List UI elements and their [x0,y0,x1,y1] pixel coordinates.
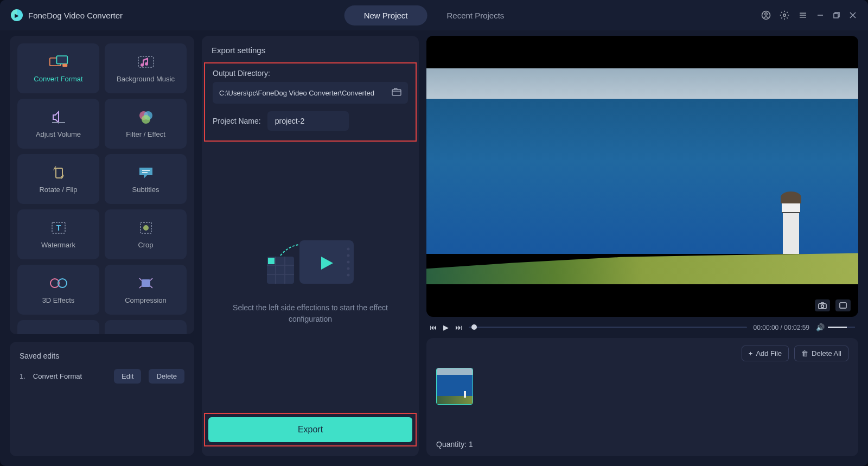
tool-rotate-flip[interactable]: Rotate / Flip [17,154,99,204]
tool-adjust-volume[interactable]: Adjust Volume [17,99,99,149]
progress-handle[interactable] [471,324,477,330]
saved-edit-row: 1. Convert Format Edit Delete [20,369,184,384]
project-name-row: Project Name: [213,111,408,131]
tool-label: Crop [138,241,153,249]
quantity-display: Quantity: 1 [436,440,848,449]
compression-icon [136,276,156,291]
tab-new-project[interactable]: New Project [344,5,427,25]
delete-all-button[interactable]: 🗑 Delete All [794,346,848,361]
tool-convert-format[interactable]: Convert Format [17,43,99,93]
watermark-icon: T [49,220,68,235]
svg-rect-12 [62,63,67,66]
output-directory-value: C:\Users\pc\FoneDog Video Converter\Conv… [219,89,392,97]
close-button[interactable] [848,11,857,20]
app-logo: FoneDog Video Converter [11,9,123,21]
tool-compression[interactable]: Compression [105,265,187,315]
file-thumbnails [436,368,848,405]
tool-label: Adjust Volume [36,130,81,138]
files-header: + Add File 🗑 Delete All [436,346,848,361]
effect-placeholder: Select the left side effections to start… [202,142,419,413]
volume-slider[interactable] [828,327,855,328]
edit-button[interactable]: Edit [114,369,141,384]
tools-grid: Convert Format Background Music Adjust V… [17,43,187,334]
trash-icon: 🗑 [801,349,808,358]
tool-subtitles[interactable]: Subtitles [105,154,187,204]
svg-rect-11 [56,56,67,63]
tool-crop[interactable]: Crop [105,209,187,259]
three-d-effects-icon [49,276,68,291]
svg-point-46 [821,305,824,308]
tool-watermark[interactable]: T Watermark [17,209,99,259]
subtitles-icon [136,165,156,180]
time-display: 00:00:00 / 00:02:59 [754,324,809,331]
tool-label: Rotate / Flip [39,186,77,194]
gear-icon[interactable] [779,10,790,21]
svg-rect-44 [268,258,275,264]
tool-label: Watermark [41,241,75,249]
fullscreen-icon[interactable] [835,299,851,311]
tool-filter-effect[interactable]: Filter / Effect [105,99,187,149]
export-button[interactable]: Export [208,417,412,442]
crop-icon [136,220,156,235]
tool-extra-1[interactable] [17,320,99,334]
project-name-label: Project Name: [213,117,261,125]
delete-button[interactable]: Delete [149,369,184,384]
export-settings-panel: Export settings Output Directory: C:\Use… [202,36,419,456]
export-settings-header: Export settings [202,46,419,62]
svg-rect-32 [392,90,401,95]
video-preview [426,68,858,284]
svg-rect-47 [840,303,846,308]
progress-bar[interactable] [469,327,747,328]
svg-rect-13 [138,56,154,67]
svg-point-2 [783,14,786,17]
tool-background-music[interactable]: Background Music [105,43,187,93]
svg-point-1 [765,13,768,16]
output-directory-row: Output Directory: C:\Users\pc\FoneDog Vi… [213,69,408,104]
tool-extra-2[interactable] [105,320,187,334]
volume-icon[interactable]: 🔊 [816,323,825,331]
file-thumbnail[interactable] [436,368,473,405]
filter-effect-icon [136,110,156,125]
output-settings-highlight: Output Directory: C:\Users\pc\FoneDog Vi… [204,62,417,142]
folder-icon[interactable] [392,87,401,98]
svg-point-34 [347,248,350,251]
tool-label: Compression [125,296,167,304]
svg-point-37 [347,267,350,270]
project-name-input[interactable] [267,111,349,131]
tool-label: 3D Effects [42,296,75,304]
snapshot-icon[interactable] [815,299,830,311]
video-player[interactable] [426,36,858,317]
adjust-volume-icon [49,110,68,125]
player-overlay-buttons [815,299,851,311]
tool-label: Background Music [117,75,175,83]
account-icon[interactable] [761,10,771,21]
tab-recent-projects[interactable]: Recent Projects [427,5,524,25]
add-file-button[interactable]: + Add File [742,346,789,361]
tool-3d-effects[interactable]: 3D Effects [17,265,99,315]
minimize-button[interactable] [816,11,825,20]
volume-control: 🔊 [816,323,855,331]
menu-icon[interactable] [797,10,808,21]
saved-edit-number: 1. [20,372,25,380]
skip-back-icon[interactable]: ⏮ [430,323,437,331]
saved-edits-title: Saved edits [20,352,184,360]
plus-icon: + [749,349,753,358]
svg-text:T: T [56,224,61,232]
app-window: FoneDog Video Converter New Project Rece… [0,0,868,466]
main-content: Convert Format Background Music Adjust V… [0,30,868,466]
skip-forward-icon[interactable]: ⏭ [455,323,462,331]
player-controls: ⏮ ▶ ⏭ 00:00:00 / 00:02:59 🔊 [426,323,858,331]
sidebar-left: Convert Format Background Music Adjust V… [10,36,194,456]
svg-rect-28 [142,279,150,287]
maximize-button[interactable] [832,11,841,20]
video-panel: ⏮ ▶ ⏭ 00:00:00 / 00:02:59 🔊 + [426,36,858,456]
placeholder-graphic-icon [261,229,359,289]
convert-format-icon [49,54,68,69]
play-icon[interactable]: ▶ [443,323,449,331]
tool-label: Subtitles [132,186,159,194]
tool-label: Filter / Effect [126,130,165,138]
svg-point-36 [347,261,350,264]
output-directory-input[interactable]: C:\Users\pc\FoneDog Video Converter\Conv… [213,82,408,104]
tools-panel: Convert Format Background Music Adjust V… [10,36,194,334]
main-tabs: New Project Recent Projects [344,5,524,25]
